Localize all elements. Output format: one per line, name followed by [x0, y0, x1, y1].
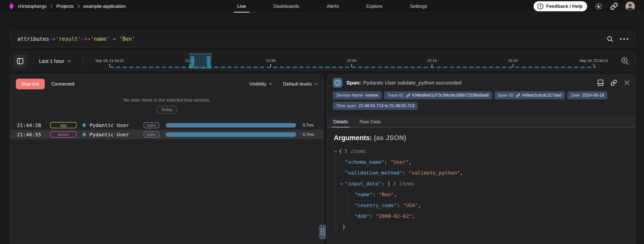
timeline-tick: 21:54	[266, 58, 276, 67]
span-detail-panel: Span:Pydantic User validate_python succe…	[327, 74, 635, 244]
navbar-actions: ? Feedback / Help	[534, 1, 635, 11]
window-edge-line	[10, 0, 11, 7]
chevron-right-icon	[77, 4, 80, 9]
link-icon	[406, 93, 410, 98]
zoom-in-icon[interactable]	[621, 57, 630, 66]
tab-raw-data[interactable]: Raw Data	[359, 116, 380, 127]
chevron-down-icon	[67, 60, 71, 62]
chevron-down-icon	[269, 83, 272, 85]
trace-row[interactable]: 21:46:55 worker Pydantic User logfire 0.…	[10, 130, 323, 139]
span-detail-header: Span:Pydantic User validate_python succe…	[327, 75, 635, 91]
span-kind-icon	[82, 123, 86, 128]
timeline-tick: 22:14	[427, 58, 437, 67]
duration-label: 0.7ms	[303, 123, 318, 128]
time-range-label: Last 1 hour	[39, 58, 64, 64]
json-line: "name": "Ben",	[354, 189, 629, 200]
duration-bar[interactable]	[166, 132, 296, 137]
primary-nav: Live Dashboards Alerts Explore Settings	[237, 0, 428, 13]
arguments-json-tree: { 5 items "schema_name": "User", "valida…	[334, 146, 629, 232]
link-icon	[516, 93, 520, 98]
today-button[interactable]: Today	[156, 106, 177, 114]
default-levels-dropdown[interactable]: Default levels	[283, 81, 318, 87]
trace-timestamp: 21:44:28	[17, 122, 50, 128]
live-view-body: No older items in the selected time wind…	[10, 98, 323, 139]
json-root-line[interactable]: { 5 items	[334, 146, 629, 157]
drag-grip-icon	[321, 229, 324, 235]
service-badge: app	[50, 122, 77, 128]
json-line: "country_code": "USA",	[354, 200, 629, 211]
json-line: "validation_method": "validate_python",	[345, 168, 629, 178]
timeline[interactable]: Sep 18, 21:34:21 21:44 21:54 22:04 22:14…	[83, 52, 615, 70]
scope-badge: logfire	[144, 122, 159, 128]
dock-bottom-icon[interactable]	[597, 79, 603, 86]
timeline-tick: 22:04	[347, 58, 356, 67]
json-line: "dob": "2000-02-02",	[354, 211, 629, 222]
breadcrumb-project[interactable]: example-application	[84, 4, 126, 9]
timeline-selection[interactable]	[190, 54, 211, 68]
theme-toggle-icon[interactable]	[595, 2, 603, 10]
connection-status: Connected	[51, 81, 74, 87]
panel-resize-handle[interactable]	[319, 225, 326, 239]
top-navbar: christophergs Projects example-applicati…	[0, 0, 644, 13]
collapse-chevron-icon[interactable]	[334, 150, 337, 152]
copy-link-icon[interactable]	[611, 79, 617, 86]
json-level-2: "name": "Ben", "country_code": "USA", "d…	[347, 189, 629, 222]
query-text: attributes->'result'->>'name' = 'Ben'	[17, 36, 135, 42]
close-icon[interactable]	[624, 80, 630, 86]
trace-id-badge[interactable]: Trace ID #34bd8e51d73c3f4c8a189b72338a5b…	[384, 91, 492, 99]
logfire-logo-icon[interactable]	[9, 3, 14, 10]
search-icon[interactable]	[607, 35, 614, 43]
info-icon	[333, 78, 342, 88]
span-title: Span:Pydantic User validate_python succe…	[346, 80, 461, 86]
visibility-dropdown[interactable]: Visibility	[249, 81, 272, 87]
trace-timestamp: 21:46:55	[17, 132, 50, 138]
chevron-down-icon	[314, 83, 318, 85]
help-icon: ?	[537, 3, 544, 10]
span-detail-actions	[597, 79, 630, 86]
tab-alerts[interactable]: Alerts	[326, 0, 339, 13]
span-detail-tabs: Details Raw Data	[327, 116, 635, 128]
span-name: Pydantic User	[90, 132, 129, 138]
span-detail-body: Arguments: (as JSON) { 5 items "schema_n…	[327, 128, 635, 232]
empty-window-notice: No older items in the selected time wind…	[10, 98, 323, 103]
panel-left-icon	[17, 58, 23, 64]
live-filters: Visibility Default levels	[249, 81, 318, 87]
collapse-chevron-icon[interactable]	[340, 183, 343, 185]
more-options-icon[interactable]	[620, 38, 628, 40]
chevron-right-icon	[50, 4, 53, 9]
arguments-heading: Arguments: (as JSON)	[334, 134, 629, 142]
collapse-sidebar-button[interactable]	[13, 54, 27, 68]
user-avatar[interactable]	[625, 2, 635, 11]
span-kind-icon	[82, 132, 86, 137]
json-level-1: "schema_name": "User", "validation_metho…	[336, 157, 629, 232]
feedback-help-button[interactable]: ? Feedback / Help	[534, 1, 587, 11]
span-name: Pydantic User	[90, 122, 129, 128]
query-actions	[607, 35, 628, 43]
scope-badge: logfire	[144, 132, 159, 138]
tab-explore[interactable]: Explore	[366, 0, 383, 13]
breadcrumb-org[interactable]: christophergs	[18, 4, 47, 9]
tab-live[interactable]: Live	[237, 0, 247, 13]
trace-row[interactable]: 21:44:28 app Pydantic User logfire 0.7ms	[10, 120, 323, 130]
stop-live-button[interactable]: Stop live	[16, 79, 45, 89]
live-view-header: Stop live Connected Visibility Default l…	[10, 75, 323, 93]
time-range-bar: Last 1 hour Sep 18, 21:34:21 21:44 21:54…	[10, 52, 635, 70]
service-badge: worker	[50, 131, 77, 138]
tab-settings[interactable]: Settings	[409, 0, 428, 13]
share-link-icon[interactable]	[610, 3, 618, 10]
tab-dashboards[interactable]: Dashboards	[273, 0, 300, 13]
json-object-line[interactable]: "input_data": { 3 items	[340, 178, 629, 189]
breadcrumb-projects[interactable]: Projects	[56, 4, 74, 9]
timeline-tick: Sep 18, 22:34:21	[579, 58, 608, 67]
span-id-badge[interactable]: Span ID #48eb2cdcdc317da0	[495, 91, 565, 99]
histogram-bar	[207, 56, 210, 67]
breadcrumb: christophergs Projects example-applicati…	[18, 4, 126, 9]
service-name-badge: Service Name worker	[333, 91, 382, 99]
svg-text:?: ?	[539, 4, 542, 8]
feedback-help-label: Feedback / Help	[546, 4, 583, 9]
timeline-tick: Sep 18, 21:34:21	[95, 58, 124, 67]
query-bar[interactable]: attributes->'result'->>'name' = 'Ben'	[10, 31, 635, 47]
tab-details[interactable]: Details	[333, 116, 348, 127]
time-range-select[interactable]: Last 1 hour	[39, 58, 71, 64]
duration-bar[interactable]	[166, 123, 296, 128]
